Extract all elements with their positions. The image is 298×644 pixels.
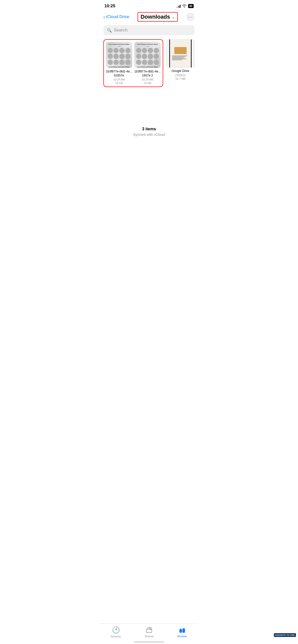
file-size: 15 KB (144, 82, 151, 85)
file-name: 1b3f877e-dfd1-4e...1657e 2 (134, 70, 161, 77)
sync-status: Synced with iCloud (99, 132, 199, 137)
title-chevron-icon: ⌄ (172, 15, 175, 19)
file-thumbnail: Carica Papaya Leaf Extract Tablets Carip… (106, 42, 132, 68)
signal-icon (176, 4, 181, 8)
battery-icon: 80 (188, 4, 194, 8)
file-thumbnail (166, 39, 195, 68)
status-bar: 10:25 80 (99, 0, 199, 11)
file-item[interactable]: Carica Papaya Leaf Extract Tablets Carip… (106, 42, 132, 85)
status-time: 10:25 (104, 4, 115, 9)
back-label[interactable]: iCloud Drive (106, 14, 130, 19)
file-size: 15 KB (115, 82, 123, 85)
file-size: 16.7 MB (175, 77, 186, 80)
file-thumbnail: Carica Papaya Leaf Extract Tablets Carip… (134, 42, 161, 68)
file-name: Google Drive (172, 69, 189, 73)
file-time: 10:24 AM (113, 78, 125, 81)
search-icon: 🔍 (107, 28, 112, 33)
back-button[interactable]: ‹ iCloud Drive (103, 14, 129, 20)
page-title: Downloads (141, 14, 170, 20)
document-preview (169, 39, 192, 68)
file-item[interactable]: Google Drive 23/09/22 16.7 MB (166, 39, 195, 87)
selected-file-group: Carica Papaya Leaf Extract Tablets Carip… (103, 39, 163, 87)
search-bar[interactable]: 🔍 Search (103, 25, 195, 35)
wifi-icon (182, 4, 187, 8)
file-time: 10:24 AM (142, 78, 153, 81)
back-chevron-icon: ‹ (103, 14, 105, 20)
search-input[interactable]: Search (114, 28, 127, 33)
bottom-summary: 3 items Synced with iCloud (99, 119, 199, 142)
medicine-preview-2: Carica Papaya Leaf Extract Tablets Carip… (135, 42, 160, 68)
file-date: 23/09/22 (175, 74, 186, 77)
title-wrapper: Downloads ⌄ (138, 12, 178, 22)
items-count: 3 items (99, 127, 199, 131)
file-name: 1b3f877e-dfd1-4e...61657e (106, 70, 132, 77)
more-button[interactable]: ··· (186, 13, 195, 21)
nav-bar: ‹ iCloud Drive Downloads ⌄ ··· (99, 11, 199, 24)
medicine-preview: Carica Papaya Leaf Extract Tablets Carip… (106, 42, 132, 68)
status-icons: 80 (176, 4, 194, 8)
file-item[interactable]: Carica Papaya Leaf Extract Tablets Carip… (134, 42, 161, 85)
ellipsis-icon: ··· (188, 14, 193, 20)
